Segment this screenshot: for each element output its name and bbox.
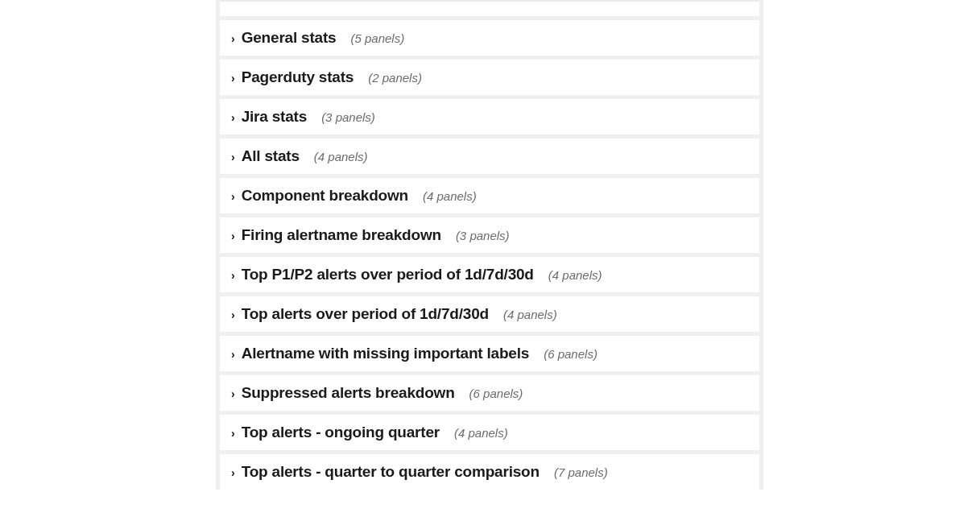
- panel-count: (6 panels): [544, 347, 598, 361]
- row-general-stats[interactable]: › General stats (5 panels): [220, 20, 759, 56]
- row-top-p1-p2-alerts[interactable]: › Top P1/P2 alerts over period of 1d/7d/…: [220, 257, 759, 292]
- spacer: [220, 0, 759, 16]
- panel-count: (4 panels): [454, 426, 508, 440]
- row-top-alerts-period[interactable]: › Top alerts over period of 1d/7d/30d (4…: [220, 296, 759, 332]
- chevron-right-icon: ›: [231, 72, 235, 84]
- panel-count: (3 panels): [321, 110, 375, 124]
- panel-count: (2 panels): [368, 71, 422, 85]
- row-title: Top alerts - ongoing quarter: [242, 424, 440, 441]
- row-top-alerts-quarter-comparison[interactable]: › Top alerts - quarter to quarter compar…: [220, 454, 759, 490]
- chevron-right-icon: ›: [231, 112, 235, 123]
- chevron-right-icon: ›: [231, 428, 235, 439]
- chevron-right-icon: ›: [231, 388, 235, 399]
- row-title: All stats: [242, 147, 300, 165]
- row-title: Pagerduty stats: [242, 68, 354, 86]
- chevron-right-icon: ›: [231, 309, 235, 321]
- chevron-right-icon: ›: [231, 349, 235, 360]
- row-title: Alertname with missing important labels: [242, 345, 530, 362]
- row-jira-stats[interactable]: › Jira stats (3 panels): [220, 99, 759, 134]
- panel-count: (4 panels): [503, 308, 557, 321]
- row-all-stats[interactable]: › All stats (4 panels): [220, 139, 759, 174]
- dashboard-rows-container: › General stats (5 panels) › Pagerduty s…: [216, 0, 763, 490]
- chevron-right-icon: ›: [231, 270, 235, 281]
- panel-count: (5 panels): [350, 31, 404, 45]
- chevron-right-icon: ›: [231, 151, 235, 163]
- panel-count: (4 panels): [314, 150, 368, 163]
- chevron-right-icon: ›: [231, 191, 235, 202]
- chevron-right-icon: ›: [231, 230, 235, 242]
- row-title: Top alerts - quarter to quarter comparis…: [242, 463, 540, 481]
- row-component-breakdown[interactable]: › Component breakdown (4 panels): [220, 178, 759, 213]
- row-title: General stats: [242, 29, 337, 47]
- row-firing-alertname-breakdown[interactable]: › Firing alertname breakdown (3 panels): [220, 217, 759, 253]
- panel-count: (4 panels): [548, 268, 602, 282]
- row-title: Jira stats: [242, 108, 307, 126]
- panel-count: (3 panels): [456, 229, 510, 242]
- panel-count: (7 panels): [554, 465, 608, 479]
- row-title: Top alerts over period of 1d/7d/30d: [242, 305, 489, 323]
- row-alertname-missing-labels[interactable]: › Alertname with missing important label…: [220, 336, 759, 371]
- row-title: Firing alertname breakdown: [242, 226, 441, 244]
- row-suppressed-alerts-breakdown[interactable]: › Suppressed alerts breakdown (6 panels): [220, 375, 759, 411]
- chevron-right-icon: ›: [231, 33, 235, 44]
- row-top-alerts-ongoing-quarter[interactable]: › Top alerts - ongoing quarter (4 panels…: [220, 415, 759, 450]
- row-title: Suppressed alerts breakdown: [242, 384, 455, 402]
- chevron-right-icon: ›: [231, 467, 235, 478]
- row-title: Top P1/P2 alerts over period of 1d/7d/30…: [242, 266, 534, 283]
- panel-count: (4 panels): [423, 189, 477, 203]
- row-title: Component breakdown: [242, 187, 408, 205]
- panel-count: (6 panels): [469, 387, 523, 400]
- row-pagerduty-stats[interactable]: › Pagerduty stats (2 panels): [220, 60, 759, 95]
